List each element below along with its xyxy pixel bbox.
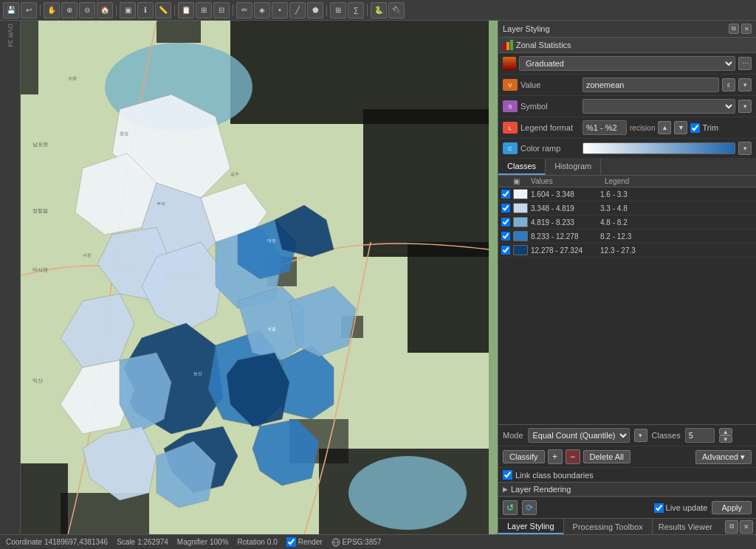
- class-4-check[interactable]: [501, 232, 510, 241]
- link-class-checkbox[interactable]: [503, 470, 512, 480]
- refresh-btn[interactable]: ↺: [503, 500, 518, 515]
- class-3-check[interactable]: [501, 218, 510, 227]
- sync-btn[interactable]: ⟳: [522, 500, 537, 515]
- layer-btn[interactable]: 📋: [178, 2, 194, 18]
- scale-item: Scale 1:262974: [117, 538, 168, 546]
- remove-class-btn[interactable]: −: [566, 449, 580, 464]
- coordinate-value: 14189697,4381346: [44, 538, 108, 546]
- class-1-check[interactable]: [501, 190, 510, 198]
- value-input[interactable]: [583, 77, 719, 92]
- class-5-swatch[interactable]: [513, 245, 528, 255]
- color-ramp-bar[interactable]: [583, 142, 735, 154]
- pan-btn[interactable]: ✋: [44, 2, 60, 18]
- map-canvas[interactable]: OVR 34: [0, 21, 498, 534]
- graduated-select[interactable]: Graduated: [519, 56, 735, 71]
- svg-text:마서면: 마서면: [32, 267, 48, 272]
- select-btn[interactable]: ▣: [120, 2, 136, 18]
- tab-layer-styling[interactable]: Layer Styling: [498, 519, 564, 534]
- save-btn[interactable]: 💾: [3, 2, 19, 18]
- live-update-checkbox[interactable]: [654, 503, 664, 513]
- class-1-swatch[interactable]: [513, 189, 528, 199]
- poly-btn[interactable]: ⬟: [307, 2, 323, 18]
- right-panel: Layer Styling ⧉ ✕ Zonal Statistics Gradu…: [498, 21, 756, 534]
- panel-close2-btn[interactable]: ✕: [740, 520, 753, 534]
- symbol-menu-btn[interactable]: ▾: [738, 100, 752, 113]
- measure-btn[interactable]: 📏: [155, 2, 171, 18]
- scale-label: Scale: [117, 538, 135, 546]
- legend-format-row: L Legend format recision ▲ ▼ Trim: [498, 117, 756, 139]
- svg-rect-1: [230, 21, 489, 124]
- class-2-check[interactable]: [501, 204, 510, 213]
- scale-value: 1:262974: [137, 538, 168, 546]
- zoom-out-btn[interactable]: ⊖: [79, 2, 95, 18]
- class-2-legend: 3.3 - 4.8: [600, 204, 753, 213]
- class-table-header: ▣ Values Legend: [498, 176, 756, 187]
- crs-item: EPSG:3857: [331, 538, 382, 547]
- svg-text:익산: 익산: [32, 378, 43, 384]
- class-5-check[interactable]: [501, 246, 510, 255]
- symbol-select[interactable]: [583, 99, 735, 114]
- trim-checkbox[interactable]: [690, 123, 700, 133]
- render-checkbox[interactable]: [286, 537, 296, 547]
- panel-resize-btn[interactable]: ⧉: [725, 520, 738, 534]
- field-calc-btn[interactable]: ∑: [348, 2, 364, 18]
- attr-table-btn[interactable]: ⊞: [330, 2, 346, 18]
- color-ramp-row: C Color ramp ▾: [498, 139, 756, 159]
- node-btn[interactable]: ◈: [254, 2, 270, 18]
- graduated-menu-btn[interactable]: ⋯: [738, 57, 752, 70]
- classes-up-btn[interactable]: ▲: [719, 428, 732, 435]
- results-viewer-label: Results Viewer: [653, 519, 718, 534]
- magnifier-label: Magnifier: [177, 538, 207, 546]
- value-icon: V: [503, 79, 518, 91]
- live-update-label: Live update: [666, 503, 708, 512]
- legend-format-input[interactable]: [583, 120, 627, 135]
- remove-layer-btn[interactable]: ⊟: [213, 2, 230, 18]
- python-btn[interactable]: 🐍: [371, 2, 387, 18]
- class-2-swatch[interactable]: [513, 203, 528, 213]
- layer-rendering-header[interactable]: ▶ Layer Rendering: [498, 482, 756, 497]
- graduated-icon: [503, 57, 516, 70]
- precision-down-btn[interactable]: ▼: [674, 121, 687, 134]
- class-4-swatch[interactable]: [513, 231, 528, 241]
- undo-btn[interactable]: ↩: [21, 2, 37, 18]
- class-row-4: 8.233 - 12.278 8.2 - 12.3: [498, 229, 756, 244]
- panel-float-btn[interactable]: ⧉: [729, 24, 739, 34]
- tab-histogram[interactable]: Histogram: [546, 159, 601, 175]
- tab-classes[interactable]: Classes: [498, 159, 546, 175]
- class-row-3: 4.819 - 8.233 4.8 - 8.2: [498, 215, 756, 229]
- tab-processing-toolbox[interactable]: Processing Toolbox: [564, 519, 653, 534]
- delete-all-button[interactable]: Delete All: [583, 450, 630, 463]
- point-btn[interactable]: •: [272, 2, 288, 18]
- globe-icon: [331, 538, 340, 547]
- add-layer-btn[interactable]: ⊞: [196, 2, 212, 18]
- digitize-btn[interactable]: ✏: [236, 2, 252, 18]
- svg-text:부여: 부여: [157, 201, 165, 206]
- classes-down-btn[interactable]: ▼: [719, 435, 732, 443]
- plugin-btn[interactable]: 🔌: [388, 2, 405, 18]
- svg-text:청양: 청양: [120, 131, 128, 136]
- class-4-value: 8.233 - 12.278: [531, 232, 597, 241]
- panel-close-btn[interactable]: ✕: [741, 24, 752, 34]
- zoom-full-btn[interactable]: 🏠: [97, 2, 113, 18]
- add-class-btn[interactable]: +: [548, 449, 563, 464]
- classes-spinbox[interactable]: [685, 428, 715, 443]
- advanced-button[interactable]: Advanced ▾: [695, 450, 752, 464]
- zoom-in-btn[interactable]: ⊕: [61, 2, 78, 18]
- mode-menu-btn[interactable]: ▾: [634, 429, 647, 442]
- symbol-col: ▣: [513, 177, 531, 185]
- symbol-icon: S: [503, 100, 518, 112]
- classes-label: Classes: [652, 431, 681, 440]
- svg-text:대전: 대전: [267, 238, 276, 243]
- line-btn[interactable]: ╱: [289, 2, 306, 18]
- apply-button[interactable]: Apply: [712, 501, 752, 514]
- legend-icon: L: [503, 122, 518, 134]
- value-expr-btn[interactable]: ε: [722, 78, 735, 92]
- identify-btn[interactable]: ℹ: [137, 2, 154, 18]
- classify-button[interactable]: Classify: [503, 450, 545, 463]
- class-3-swatch[interactable]: [513, 217, 528, 227]
- mode-select[interactable]: Equal Count (Quantile): [528, 428, 630, 443]
- color-ramp-menu-btn[interactable]: ▾: [738, 142, 752, 155]
- value-menu-btn[interactable]: ▾: [738, 78, 752, 92]
- coordinate-label: Coordinate: [6, 538, 42, 546]
- precision-up-btn[interactable]: ▲: [658, 121, 671, 134]
